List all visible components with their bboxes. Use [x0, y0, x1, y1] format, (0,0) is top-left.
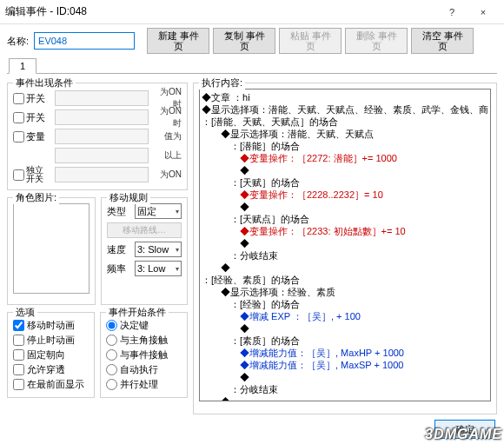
command-line[interactable]: ◆增减 EXP ：［吴］, + 100: [202, 310, 488, 322]
var-yi: 以上: [152, 149, 182, 162]
graphic-legend: 角色图片:: [13, 191, 59, 204]
move-freq-label: 频率: [107, 262, 131, 275]
switch1-check[interactable]: 开关: [13, 92, 51, 105]
trig-player[interactable]: [106, 335, 117, 346]
move-speed-label: 速度: [107, 243, 131, 256]
opt-through[interactable]: [13, 364, 24, 375]
command-line[interactable]: ◆: [202, 395, 488, 401]
trig-event[interactable]: [106, 349, 117, 361]
switch2-check[interactable]: 开关: [13, 111, 51, 124]
conditions-legend: 事件出现条件: [13, 76, 76, 89]
switch1-field: [55, 90, 149, 106]
switch2-field: [55, 109, 149, 125]
command-line[interactable]: ◆: [202, 322, 488, 335]
command-line[interactable]: ◆增减能力值：［吴］, MaxHP + 1000: [202, 347, 488, 359]
command-line[interactable]: ◆: [202, 262, 488, 274]
command-line[interactable]: ◆: [202, 237, 488, 249]
move-speed-select[interactable]: 3: Slow▾: [135, 242, 182, 257]
var-value-field: [55, 148, 149, 163]
move-type-label: 类型: [107, 205, 131, 218]
trig-auto[interactable]: [106, 364, 117, 375]
help-button[interactable]: ?: [436, 2, 468, 23]
self-suffix: 为ON: [152, 169, 182, 181]
command-line[interactable]: ◆显示选择项：经验、素质: [202, 286, 488, 298]
options-legend: 选项: [13, 306, 37, 319]
trig-parallel[interactable]: [106, 379, 117, 390]
command-line[interactable]: ◆变量操作：［2233: 初始點數］+= 10: [202, 225, 488, 237]
self-field: [55, 167, 149, 182]
var-suffix: 值为: [152, 130, 182, 142]
command-line[interactable]: ◆增减能力值：［吴］, MaxSP + 1000: [202, 359, 488, 371]
move-freq-select[interactable]: 3: Low▾: [135, 261, 182, 276]
move-route-button: 移动路线…: [107, 222, 182, 238]
command-line[interactable]: ◆: [202, 164, 488, 176]
clear-page-button[interactable]: 清空 事件页: [411, 28, 474, 54]
command-list[interactable]: ◆文章 ：hi◆显示选择项：潜能、天赋、天赋点、经验、素质、武学、金钱、商 ：[…: [199, 89, 491, 401]
opt-stop[interactable]: [13, 335, 24, 346]
command-line[interactable]: ◆变量操作：［2228..2232］= 10: [202, 189, 488, 201]
self-check[interactable]: 独立 开关: [13, 166, 51, 183]
opt-top[interactable]: [13, 379, 24, 390]
command-line[interactable]: ：[潜能、天赋、天赋点］的场合: [202, 116, 488, 128]
move-type-select[interactable]: 固定▾: [135, 203, 182, 219]
command-line[interactable]: ：[天赋］的场合: [202, 176, 488, 189]
trig-action[interactable]: [106, 320, 117, 331]
watermark: 3DMGAME: [425, 427, 502, 442]
window-title: 编辑事件 - ID:048: [5, 4, 436, 19]
delete-page-button: 删除 事件页: [345, 28, 408, 54]
trigger-legend: 事件开始条件: [106, 306, 169, 319]
switch2-suffix: 为ON时: [152, 105, 182, 129]
command-line[interactable]: ：[经验、素质］的场合: [202, 274, 488, 286]
copy-page-button[interactable]: 复制 事件页: [213, 28, 275, 54]
var-check[interactable]: 变量: [13, 130, 51, 143]
var-field: [55, 129, 149, 144]
command-line[interactable]: ◆显示选择项：潜能、天赋、天赋点、经验、素质、武学、金钱、商: [202, 103, 488, 116]
exec-legend: 执行内容:: [199, 76, 245, 89]
opt-walk[interactable]: [13, 320, 24, 331]
command-line[interactable]: ：[天赋点］的场合: [202, 213, 488, 225]
paste-page-button: 粘贴 事件页: [279, 28, 342, 54]
command-line[interactable]: ◆变量操作：［2272: 潜能］+= 1000: [202, 152, 488, 164]
command-line[interactable]: ：分岐结束: [202, 249, 488, 262]
name-label: 名称:: [7, 35, 29, 48]
command-line[interactable]: ◆文章 ：hi: [202, 91, 488, 103]
move-legend: 移动规则: [107, 191, 150, 204]
command-line[interactable]: ：[潜能］的场合: [202, 140, 488, 152]
command-line[interactable]: ◆: [202, 201, 488, 213]
new-page-button[interactable]: 新建 事件页: [147, 28, 209, 54]
command-line[interactable]: ：[经验］的场合: [202, 298, 488, 310]
close-button[interactable]: ×: [468, 2, 499, 23]
graphic-box[interactable]: [13, 203, 90, 294]
command-line[interactable]: ◆显示选择项：潜能、天赋、天赋点: [202, 128, 488, 140]
command-line[interactable]: ：分岐结束: [202, 383, 488, 395]
name-input[interactable]: [34, 32, 135, 50]
command-line[interactable]: ：[素质］的场合: [202, 335, 488, 347]
opt-dir[interactable]: [13, 349, 24, 361]
command-line[interactable]: ◆: [202, 371, 488, 383]
tab-1[interactable]: 1: [9, 58, 36, 74]
